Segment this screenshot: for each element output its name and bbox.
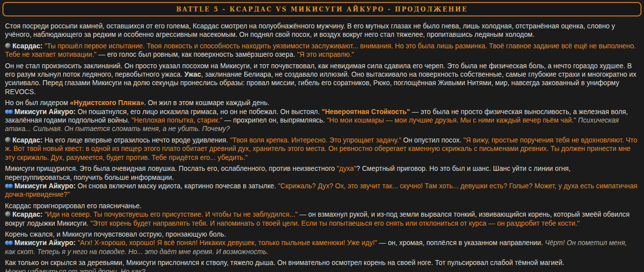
text-segment: "Этот корень будет направлять тебя. И на… bbox=[91, 220, 580, 227]
story-line: Корень сжался, и Микисуги почувствовал о… bbox=[5, 230, 639, 239]
character-name: Микисуги Айкуро: bbox=[14, 239, 78, 247]
story-block: Микисуги прищурился. Это была очевидная … bbox=[5, 164, 639, 199]
story-line: Ксардас: На его лице впервые отразилось … bbox=[5, 136, 639, 162]
character-name: Микисуги Айкуро: bbox=[14, 108, 78, 116]
text-segment: "Твоя воля крепка. Интересно. Это упроща… bbox=[230, 136, 401, 144]
character-name: Ксардас: bbox=[12, 136, 44, 144]
text-segment: Он снова включил маску идиота, картинно … bbox=[78, 182, 278, 190]
story-line: Ксардас: "Иди на север. Ты почувствуешь … bbox=[5, 210, 639, 228]
text-segment: Ксардас проигнорировал его паясничанье. bbox=[5, 202, 142, 210]
story-block: Ксардас проигнорировал его паясничанье.К… bbox=[5, 202, 639, 228]
story-line: Он не стал произносить заклинаний. Он пр… bbox=[5, 62, 639, 97]
story-line: Стоя посреди россыпи камней, оставшихся … bbox=[5, 22, 639, 39]
story-line: Микисуги прищурился. Это была очевидная … bbox=[5, 164, 639, 182]
story-block: Ксардас: "Ты прошёл первое испытание. Тв… bbox=[5, 42, 639, 59]
text-segment: Он пошатнулся, его лицо исказила гримаса… bbox=[78, 108, 322, 116]
story-line: Микисуги Айкуро: Он снова включил маску … bbox=[5, 182, 639, 199]
blue-glasses-icon bbox=[5, 110, 13, 115]
story-line: Микисуги Айкуро: "Агх! Х-хорошо, хорошо!… bbox=[5, 239, 639, 256]
text-segment: На его лице впервые отразилось нечто вро… bbox=[44, 136, 230, 144]
text-segment: Корень сжался, и Микисуги почувствовал о… bbox=[5, 231, 226, 238]
blue-glasses-icon bbox=[5, 184, 13, 189]
text-segment: Как только он скрылся за деревьями, Мики… bbox=[5, 259, 564, 267]
text-segment: "Иди на север. Ты почувствуешь его прису… bbox=[44, 211, 297, 218]
text-segment: "Но мои кошмары — мои лучшие друзья. Мы … bbox=[327, 117, 576, 124]
character-name: Микисуги Айкуро: bbox=[14, 182, 78, 190]
text-segment: — он, хромая, поплёлся в указанном напра… bbox=[377, 239, 545, 247]
text-segment: Нужно избавиться от этой дряни. Но как? bbox=[5, 268, 145, 272]
text-segment: Он опустил посох. bbox=[401, 136, 463, 144]
text-segment: "Я это исправлю." bbox=[297, 51, 354, 58]
text-segment: "духа" bbox=[337, 165, 356, 172]
text-segment: Но он был лидером bbox=[5, 99, 70, 107]
text-segment: Ужас bbox=[184, 71, 201, 78]
story-line: Как только он скрылся за деревьями, Мики… bbox=[5, 259, 639, 267]
story-line: Микисуги Айкуро: Он пошатнулся, его лицо… bbox=[5, 108, 639, 134]
dark-orb-icon bbox=[5, 211, 11, 217]
blue-glasses-icon bbox=[5, 241, 13, 246]
text-segment: "Неплохая попытка, старик." bbox=[131, 117, 222, 124]
story-block: Он не стал произносить заклинаний. Он пр… bbox=[5, 62, 639, 97]
story-block: Как только он скрылся за деревьями, Мики… bbox=[5, 259, 639, 272]
character-name: Ксардас: bbox=[12, 42, 44, 50]
story: Стоя посреди россыпи камней, оставшихся … bbox=[0, 21, 644, 272]
story-line: Ксардас проигнорировал его паясничанье. bbox=[5, 202, 639, 210]
text-segment: "Невероятная Стойкость" bbox=[322, 108, 410, 116]
story-line: Нужно избавиться от этой дряни. Но как? bbox=[5, 268, 639, 272]
dark-orb-icon bbox=[5, 43, 11, 49]
page-title: BATTLE 5 - КСАРДАС VS МИКИСУГИ АЙКУРО - … bbox=[176, 6, 468, 13]
dark-orb-icon bbox=[5, 137, 11, 143]
story-block: Корень сжался, и Микисуги почувствовал о… bbox=[5, 230, 639, 256]
text-segment: Стоя посреди россыпи камней, оставшихся … bbox=[5, 22, 615, 38]
character-name: Ксардас: bbox=[12, 211, 44, 218]
story-line: Ксардас: "Ты прошёл первое испытание. Тв… bbox=[5, 42, 639, 59]
story-block: Но он был лидером «Нудистского Пляжа». О… bbox=[5, 99, 639, 134]
text-segment: Микисуги прищурился. Это была очевидная … bbox=[5, 165, 337, 172]
story-block: Стоя посреди россыпи камней, оставшихся … bbox=[5, 22, 639, 39]
battle-header-banner: BATTLE 5 - КСАРДАС VS МИКИСУГИ АЙКУРО - … bbox=[2, 2, 642, 16]
text-segment: «Нудистского Пляжа» bbox=[70, 99, 144, 107]
text-segment: — прохрипел он, выпрямляясь. bbox=[222, 117, 327, 124]
text-segment: . Он жил в этом кошмаре каждый день. bbox=[144, 99, 270, 107]
text-segment: — его голос был ровным, как поверхность … bbox=[96, 51, 297, 58]
story-line: Но он был лидером «Нудистского Пляжа». О… bbox=[5, 99, 639, 107]
text-segment: "Агх! Х-хорошо, хорошо! Я всё понял! Ник… bbox=[78, 239, 377, 247]
story-block: Ксардас: На его лице впервые отразилось … bbox=[5, 136, 639, 162]
